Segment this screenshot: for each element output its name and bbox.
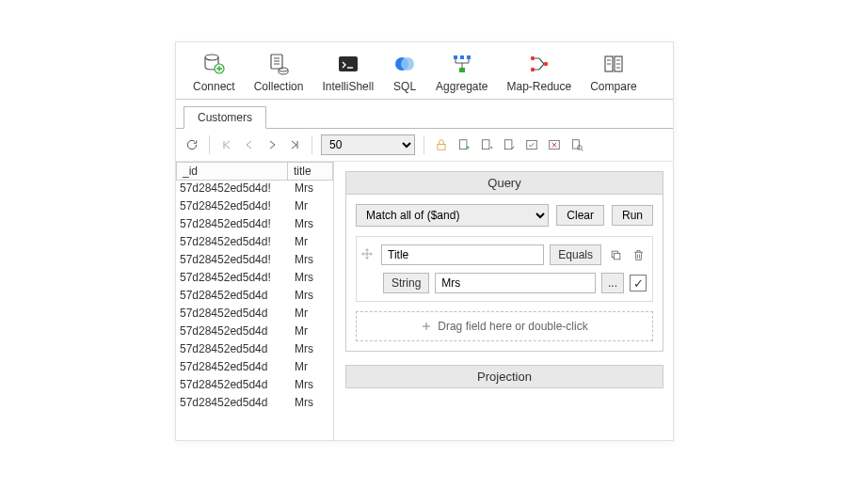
col-id[interactable]: _id (176, 162, 287, 181)
terminal-icon (336, 52, 360, 76)
svg-rect-19 (504, 140, 512, 150)
table-row[interactable]: 57d28452ed5d4d!Mrs (176, 270, 333, 288)
drop-zone[interactable]: Drag field here or double-click (356, 311, 653, 341)
svg-rect-18 (482, 140, 489, 150)
sql-icon (392, 52, 417, 76)
svg-point-12 (531, 68, 535, 71)
collection-button[interactable]: Collection (254, 52, 304, 93)
svg-rect-17 (459, 140, 467, 150)
page-size-select[interactable]: 50 (321, 134, 415, 155)
prev-page-icon[interactable] (241, 136, 258, 153)
database-icon (201, 52, 226, 76)
table-row[interactable]: 57d28452ed5d4dMrs (176, 288, 333, 306)
svg-point-13 (544, 62, 548, 66)
nav-row: 50 (176, 129, 673, 162)
connect-button[interactable]: Connect (193, 52, 235, 93)
svg-rect-8 (460, 55, 464, 59)
field-name-input[interactable] (381, 244, 544, 265)
mapreduce-button[interactable]: Map-Reduce (507, 52, 572, 93)
mapreduce-icon (527, 52, 551, 76)
results-grid: _id title 57d28452ed5d4d!Mrs57d28452ed5d… (176, 162, 334, 440)
grid-header: _id title (176, 162, 333, 181)
clear-button[interactable]: Clear (556, 205, 604, 226)
type-select[interactable]: String (383, 273, 429, 293)
svg-rect-10 (459, 68, 465, 72)
app-window: Connect Collection IntelliShell SQL Aggr… (175, 41, 674, 441)
svg-rect-16 (438, 144, 445, 150)
trash-icon[interactable] (630, 246, 647, 263)
operator-select[interactable]: Equals (550, 244, 601, 265)
value-input[interactable] (435, 273, 596, 293)
match-select[interactable]: Match all of ($and) (356, 204, 549, 227)
table-row[interactable]: 57d28452ed5d4dMrs (176, 377, 333, 395)
compare-button[interactable]: Compare (590, 52, 636, 93)
doc-add-icon[interactable] (455, 136, 472, 153)
refresh-icon[interactable] (184, 136, 200, 153)
content: _id title 57d28452ed5d4d!Mrs57d28452ed5d… (176, 162, 673, 440)
table-row[interactable]: 57d28452ed5d4dMrs (176, 395, 333, 413)
query-header[interactable]: Query (345, 171, 663, 195)
svg-rect-4 (339, 56, 358, 71)
intellishell-button[interactable]: IntelliShell (322, 52, 374, 93)
svg-rect-9 (467, 55, 471, 59)
tab-bar: Customers (176, 100, 673, 129)
doc-plus-icon[interactable] (478, 136, 495, 153)
enabled-checkbox[interactable]: ✓ (630, 275, 647, 291)
svg-rect-22 (572, 140, 579, 149)
table-row[interactable]: 57d28452ed5d4d!Mrs (176, 216, 333, 234)
table-row[interactable]: 57d28452ed5d4d!Mrs (176, 181, 333, 198)
aggregate-icon (450, 52, 474, 76)
doc-delete-icon[interactable] (546, 136, 563, 153)
tab-customers[interactable]: Customers (184, 106, 266, 129)
more-button[interactable]: ... (601, 273, 624, 293)
svg-point-0 (205, 55, 218, 60)
svg-rect-7 (454, 55, 457, 59)
svg-point-6 (401, 57, 414, 71)
plus-icon (421, 321, 432, 332)
svg-rect-25 (614, 253, 620, 260)
table-row[interactable]: 57d28452ed5d4dMr (176, 323, 333, 341)
doc-check-icon[interactable] (523, 136, 540, 153)
svg-point-11 (531, 56, 535, 60)
ribbon: Connect Collection IntelliShell SQL Aggr… (176, 42, 673, 100)
table-row[interactable]: 57d28452ed5d4d!Mr (176, 198, 333, 216)
doc-search-icon[interactable] (568, 136, 585, 153)
drag-handle-icon[interactable] (360, 247, 376, 262)
projection-header[interactable]: Projection (345, 365, 663, 388)
lock-icon[interactable] (433, 136, 450, 153)
table-row[interactable]: 57d28452ed5d4d!Mr (176, 234, 333, 252)
condition-block: Equals String ... ✓ (356, 236, 653, 302)
last-page-icon[interactable] (286, 136, 303, 153)
sql-button[interactable]: SQL (392, 52, 417, 93)
svg-point-23 (578, 146, 583, 150)
table-row[interactable]: 57d28452ed5d4dMrs (176, 341, 333, 359)
doc-edit-icon[interactable] (501, 136, 518, 153)
copy-icon[interactable] (607, 246, 624, 263)
first-page-icon[interactable] (218, 136, 235, 153)
next-page-icon[interactable] (264, 136, 280, 153)
document-stack-icon (266, 52, 291, 76)
table-row[interactable]: 57d28452ed5d4dMr (176, 359, 333, 377)
svg-point-3 (279, 68, 288, 71)
run-button[interactable]: Run (612, 205, 653, 226)
aggregate-button[interactable]: Aggregate (436, 52, 487, 93)
query-panel: Query Match all of ($and) Clear Run (334, 162, 673, 440)
table-row[interactable]: 57d28452ed5d4dMr (176, 306, 333, 323)
col-title[interactable]: title (287, 162, 333, 181)
compare-icon (601, 52, 626, 76)
table-row[interactable]: 57d28452ed5d4d!Mrs (176, 252, 333, 270)
